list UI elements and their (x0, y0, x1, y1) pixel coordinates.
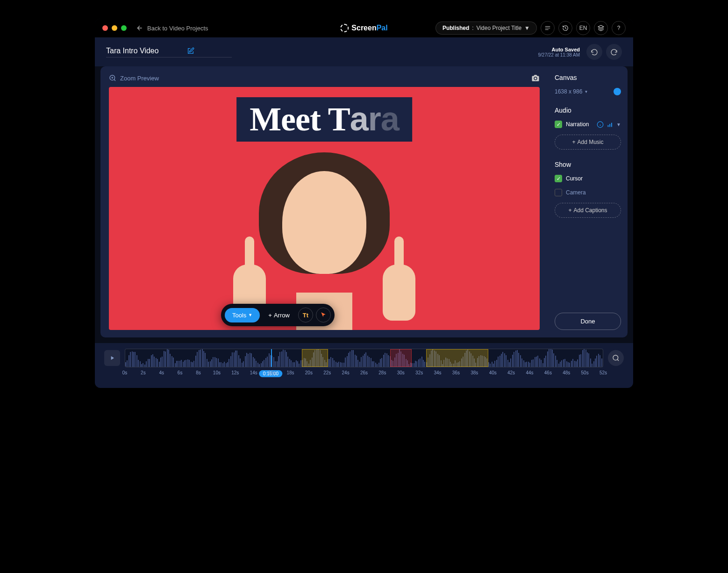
language-label: EN (579, 25, 587, 31)
app-logo: ScreenPal (340, 24, 387, 32)
time-marker: 52s (600, 370, 607, 375)
maximize-window-button[interactable] (121, 25, 127, 31)
layers-icon (598, 25, 604, 31)
time-marker: 18s (286, 370, 294, 375)
time-marker: 4s (159, 370, 164, 375)
edit-title-icon[interactable] (187, 47, 194, 55)
play-icon (109, 355, 115, 361)
minimize-window-button[interactable] (112, 25, 117, 31)
time-marker: 42s (507, 370, 515, 375)
time-marker: 26s (360, 370, 368, 375)
plus-icon: + (268, 312, 272, 319)
camera-checkbox[interactable] (555, 189, 562, 196)
undo-icon (591, 48, 598, 56)
narration-expand-icon[interactable]: ▼ (616, 122, 621, 127)
tools-popup: Tools ▼ + Arrow Tt (221, 304, 335, 326)
time-marker: 22s (323, 370, 331, 375)
list-icon (544, 25, 551, 31)
close-window-button[interactable] (102, 25, 108, 31)
time-marker: 10s (213, 370, 221, 375)
show-section-title: Show (555, 161, 621, 168)
timeline-area: 0:16:00 0s2s4s6s8s10s12s14s16s18s20s22s2… (95, 343, 633, 388)
publish-dropdown[interactable]: Published: Video Project Title ▼ (435, 21, 537, 35)
titlebar: Back to Video Projects ScreenPal Publish… (95, 19, 633, 37)
timeline-selection-3[interactable] (426, 349, 488, 367)
canvas-size-dropdown[interactable]: 1638 x 986 ▼ (555, 88, 588, 95)
language-button[interactable]: EN (576, 21, 590, 35)
project-header: Tara Intro Video Auto Saved 9/27/22 at 1… (95, 37, 633, 66)
timeline-selection-2[interactable] (390, 349, 412, 367)
history-button[interactable] (558, 21, 572, 35)
time-marker: 24s (342, 370, 350, 375)
history-icon (562, 25, 569, 31)
time-marker: 6s (178, 370, 183, 375)
canvas-color-picker[interactable] (614, 88, 621, 95)
arrow-left-icon (136, 24, 143, 32)
add-arrow-button[interactable]: + Arrow (263, 308, 295, 322)
redo-button[interactable] (606, 44, 622, 60)
question-icon: ? (617, 25, 621, 31)
audio-section-title: Audio (555, 107, 621, 114)
time-marker: 38s (471, 370, 478, 375)
time-marker: 36s (452, 370, 460, 375)
timeline-zoom-button[interactable] (608, 350, 624, 366)
search-icon (612, 354, 620, 362)
time-marker: 12s (231, 370, 239, 375)
timeline-track[interactable] (125, 349, 603, 367)
narration-checkbox[interactable]: ✓ (555, 121, 562, 128)
time-marker: 0s (122, 370, 128, 375)
caret-down-icon: ▼ (248, 313, 252, 317)
svg-rect-4 (611, 122, 612, 127)
plus-icon: + (568, 207, 571, 214)
snapshot-button[interactable] (531, 74, 540, 82)
notes-button[interactable] (541, 21, 555, 35)
text-tool-button[interactable]: Tt (298, 308, 313, 322)
title-overlay[interactable]: Meet Tara (236, 97, 412, 142)
narration-volume-icon[interactable] (607, 121, 614, 128)
video-content-placeholder (219, 134, 429, 330)
zoom-preview-button[interactable]: Zoom Preview (109, 74, 159, 82)
play-button[interactable] (104, 350, 120, 366)
time-marker: 20s (305, 370, 313, 375)
cursor-icon (320, 312, 327, 318)
back-label: Back to Video Projects (147, 25, 208, 32)
cursor-label: Cursor (566, 175, 621, 182)
timeline-selection-1[interactable] (302, 349, 328, 367)
video-preview[interactable]: Meet Tara Tools ▼ + Arrow Tt (109, 87, 540, 330)
add-music-button[interactable]: + Add Music (555, 135, 621, 150)
help-button[interactable]: ? (612, 21, 626, 35)
properties-panel: Canvas 1638 x 986 ▼ Audio ✓ Narration (548, 66, 628, 337)
undo-button[interactable] (586, 44, 602, 60)
svg-rect-2 (608, 125, 609, 127)
svg-point-5 (613, 355, 618, 360)
time-marker: 50s (581, 370, 589, 375)
add-captions-button[interactable]: + Add Captions (555, 203, 621, 218)
playhead[interactable] (271, 349, 272, 367)
narration-info-icon[interactable] (597, 121, 604, 128)
zoom-in-icon (109, 74, 116, 82)
time-marker: 28s (378, 370, 386, 375)
main-area: Zoom Preview Meet Tara (100, 66, 628, 337)
layers-button[interactable] (594, 21, 608, 35)
done-button[interactable]: Done (555, 313, 621, 330)
logo-icon (340, 24, 349, 32)
time-marker: 2s (141, 370, 146, 375)
time-marker: 32s (415, 370, 423, 375)
time-markers: 0:16:00 0s2s4s6s8s10s12s14s16s18s20s22s2… (125, 370, 603, 380)
narration-label: Narration (566, 121, 593, 128)
tools-dropdown-button[interactable]: Tools ▼ (225, 308, 260, 322)
project-title-field[interactable]: Tara Intro Video (106, 47, 232, 57)
caret-down-icon: ▼ (584, 90, 588, 94)
cursor-tool-button[interactable] (316, 308, 331, 322)
canvas-section-title: Canvas (555, 74, 621, 81)
camera-label: Camera (566, 189, 621, 196)
preview-panel: Zoom Preview Meet Tara (100, 66, 548, 337)
svg-rect-3 (609, 124, 610, 127)
redo-icon (610, 48, 618, 56)
cursor-checkbox[interactable]: ✓ (555, 175, 562, 182)
back-button[interactable]: Back to Video Projects (136, 24, 208, 32)
autosave-status: Auto Saved 9/27/22 at 11:38 AM (538, 47, 580, 57)
time-marker: 34s (434, 370, 441, 375)
app-window: Back to Video Projects ScreenPal Publish… (95, 19, 633, 388)
time-marker: 46s (544, 370, 552, 375)
